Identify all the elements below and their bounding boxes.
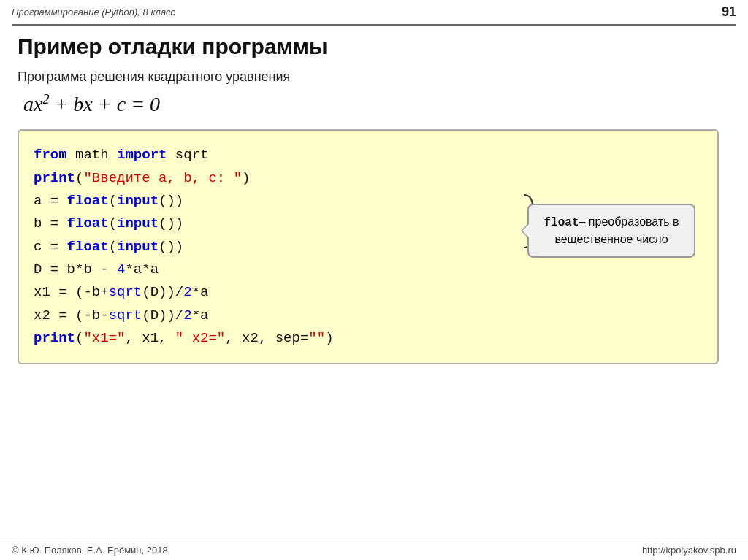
subtitle: Программа решения квадратного уравнения xyxy=(18,69,730,85)
code-line-9: print("x1=", x1, " x2=", x2, sep="") xyxy=(34,327,703,350)
slide-title: Пример отладки программы xyxy=(18,34,730,59)
code-line-2: print("Введите a, b, c: ") xyxy=(34,167,703,190)
callout-bubble: float– преобразовать в вещественное числ… xyxy=(527,204,695,258)
top-bar-title: Программирование (Python), 8 класс xyxy=(12,7,175,18)
code-line-7: x1 = (-b+sqrt(D))/2*a xyxy=(34,281,703,304)
page-number: 91 xyxy=(722,4,736,20)
main-content: Пример отладки программы Программа решен… xyxy=(0,34,748,364)
top-bar: Программирование (Python), 8 класс 91 xyxy=(0,0,748,24)
code-line-1: from math import sqrt xyxy=(34,144,703,166)
code-block: from math import sqrt print("Введите a, … xyxy=(18,129,719,364)
footer-left: © К.Ю. Поляков, Е.А. Ерёмин, 2018 xyxy=(12,545,168,556)
code-line-8: x2 = (-b-sqrt(D))/2*a xyxy=(34,304,703,327)
top-divider xyxy=(12,24,736,26)
footer: © К.Ю. Поляков, Е.А. Ерёмин, 2018 http:/… xyxy=(0,540,748,560)
footer-right: http://kpolyakov.spb.ru xyxy=(642,545,736,556)
callout-keyword: float xyxy=(543,216,579,229)
code-line-6: D = b*b - 4*a*a xyxy=(34,258,703,281)
formula: ax2 + bx + c = 0 xyxy=(18,92,730,116)
